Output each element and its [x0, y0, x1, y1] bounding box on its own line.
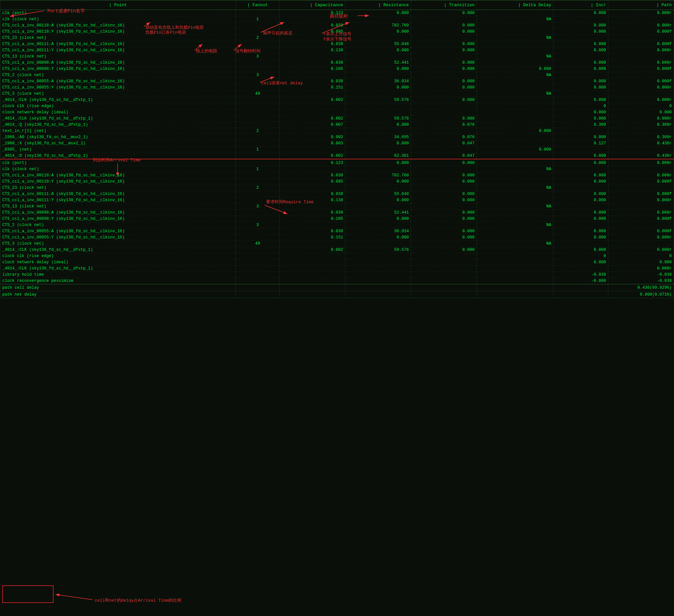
table-row: CTS_3 (clock net)49NA [0, 241, 674, 247]
cell-cap: 0.105 [279, 216, 345, 222]
cell-res [345, 241, 411, 247]
cell-res: 59.576 [345, 97, 411, 103]
cell-res [345, 147, 411, 153]
cell-fanout [236, 41, 279, 47]
cell-point: clock network delay (ideal) [0, 109, 236, 116]
cell-incr [553, 147, 608, 153]
cell-point: _4014_:CLK (sky130_fd_sc_hd__dfxtp_1) [0, 247, 236, 253]
cell-incr: 0.000 [553, 191, 608, 197]
cell-delta [477, 247, 554, 253]
cell-path: 0.000r [608, 47, 674, 54]
cell-point: library hold time [0, 272, 236, 278]
table-row: clk (port)0.1230.0000.0000.0000.000r [0, 159, 674, 166]
table-row: CTS_ccl_a_inv_00118:A (sky130_fd_sc_hd__… [0, 22, 674, 29]
cell-fanout [236, 179, 279, 185]
cell-res: 0.000 [345, 159, 411, 166]
table-row: CTS_ccl_a_inv_00118:Y (sky130_fd_sc_hd__… [0, 29, 674, 35]
cell-incr: 0.000 [553, 97, 608, 103]
table-row: clock network delay (ideal)0.0000.000 [0, 259, 674, 266]
cell-delta [477, 22, 554, 29]
cell-point: CTS_2 (clock net) [0, 222, 236, 228]
cell-cap: 0.151 [279, 85, 345, 91]
cell-delta [477, 85, 554, 91]
cell-point: CTS_ccl_a_inv_00055:A (sky130_fd_sc_hd__… [0, 78, 236, 85]
table-row: CTS_2 (clock net)3NA [0, 72, 674, 78]
cell-cap [279, 222, 345, 228]
cell-cap: 0.002 [279, 247, 345, 253]
cell-point: CTS_ccl_a_inv_00098:A (sky130_fd_sc_hd__… [0, 210, 236, 216]
cell-trans [411, 109, 476, 116]
table-row: library hold time-0.038-0.038 [0, 272, 674, 278]
cell-path: 0.000r [608, 116, 674, 122]
header-fanout: | Fanout [236, 0, 279, 10]
cell-incr [553, 166, 608, 173]
cell-res [345, 16, 411, 22]
cell-incr: 0.000 [553, 173, 608, 179]
table-row: clock clk (rise edge)00 [0, 253, 674, 259]
cell-res: 0.000 [345, 216, 411, 222]
cell-fanout [236, 97, 279, 103]
cell-path: 0.000r [608, 173, 674, 179]
cell-delta [477, 10, 554, 16]
cell-point: _4014_:Q (sky130_fd_sc_hd__dfxtp_1) [0, 122, 236, 128]
cell-path: 0.000r [608, 210, 674, 216]
cell-fanout: 49 [236, 241, 279, 247]
table-row: text_in_r[1] (net)20.000 [0, 128, 674, 134]
cell-delta [477, 159, 554, 166]
footer-empty [345, 285, 411, 291]
cell-res: 782.760 [345, 173, 411, 179]
cell-incr [553, 203, 608, 210]
cell-cap: 0.038 [279, 210, 345, 216]
cell-trans: 0.000 [411, 247, 476, 253]
footer-empty [553, 291, 608, 298]
cell-delta: NA [477, 72, 554, 78]
cell-trans: 0.000 [411, 85, 476, 91]
cell-fanout [236, 173, 279, 179]
cell-trans [411, 278, 476, 284]
cell-delta [477, 234, 554, 241]
table-row: clock reconvergence pessimism-0.000-0.03… [0, 278, 674, 284]
cell-incr: 0.000 [553, 210, 608, 216]
cell-res: 0.000 [345, 47, 411, 54]
cell-path: 0.000r [608, 266, 674, 272]
cell-res [345, 72, 411, 78]
cell-path: -0.038 [608, 272, 674, 278]
cell-point: CTS_ccl_a_inv_00111:A (sky130_fd_sc_hd__… [0, 191, 236, 197]
cell-delta: 0.000 [477, 147, 554, 153]
cell-point: CTS_3 (clock net) [0, 241, 236, 247]
table-wrapper: | Point | Fanout | Capacitance | Resista… [0, 0, 674, 298]
cell-incr: 0.000 [553, 259, 608, 266]
table-row: CTS_ccl_a_inv_00111:A (sky130_fd_sc_hd__… [0, 191, 674, 197]
footer-table: path cell delay0.436(99.929%)path net de… [0, 284, 674, 298]
cell-delta [477, 29, 554, 35]
cell-cap [279, 103, 345, 109]
footer-empty [236, 285, 279, 291]
cell-point: CTS_2 (clock net) [0, 72, 236, 78]
cell-cap: 0.123 [279, 159, 345, 166]
cell-point: CTS_ccl_a_inv_00111:A (sky130_fd_sc_hd__… [0, 41, 236, 47]
table-body-section1: clk (port)0.1230.0000.0000.0000.000rclk … [0, 10, 674, 159]
cell-trans [411, 185, 476, 191]
cell-point: CTS_ccl_a_inv_00055:Y (sky130_fd_sc_hd__… [0, 234, 236, 241]
cell-trans [411, 203, 476, 210]
cell-cap: 0.007 [279, 122, 345, 128]
cell-trans: 0.000 [411, 173, 476, 179]
cell-path: 0.000f [608, 228, 674, 234]
cell-point: _0305_ (net) [0, 147, 236, 153]
footer-empty [477, 285, 554, 291]
cell-trans [411, 272, 476, 278]
table-row: _1960_:A0 (sky130_fd_sc_hd__mux2_1)0.002… [0, 134, 674, 140]
cell-delta [477, 134, 554, 140]
cell-path: 0.000f [608, 78, 674, 85]
cell-trans: 0.000 [411, 97, 476, 103]
cell-delta [477, 197, 554, 203]
cell-incr [553, 91, 608, 97]
cell-delta: NA [477, 166, 554, 173]
cell-trans: 0.076 [411, 122, 476, 128]
cell-res [345, 259, 411, 266]
cell-res [345, 203, 411, 210]
cell-res: 0.000 [345, 197, 411, 203]
cell-point: CTS_ccl_a_inv_00055:Y (sky130_fd_sc_hd__… [0, 85, 236, 91]
cell-res [345, 109, 411, 116]
cell-fanout: 3 [236, 54, 279, 60]
